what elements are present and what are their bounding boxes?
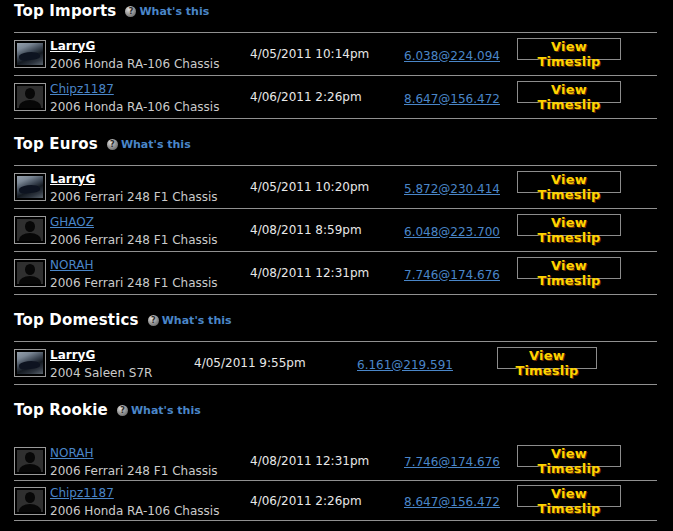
username-link[interactable]: GHAOZ [50, 215, 94, 229]
view-timeslip-button[interactable]: View Timeslip [517, 38, 621, 60]
timeslip-leaderboard-page: Top Imports ? What's this LarryG 2006 Ho… [0, 2, 673, 521]
avatar[interactable] [14, 259, 46, 287]
timeslip-row: NORAH 2006 Ferrari 248 F1 Chassis 4/08/2… [14, 441, 657, 481]
view-timeslip-button[interactable]: View Timeslip [517, 485, 621, 507]
user-cell: LarryG 2006 Honda RA-106 Chassis [50, 35, 250, 72]
car-description: 2006 Ferrari 248 F1 Chassis [50, 190, 250, 206]
button-cell: View Timeslip [517, 38, 657, 70]
timeslip-link[interactable]: 5.872@230.414 [404, 182, 500, 196]
timeslip-cell: 7.746@174.676 [404, 264, 517, 283]
leaderboard-section: Top Imports ? What's this LarryG 2006 Ho… [14, 2, 657, 119]
avatar[interactable] [14, 40, 46, 68]
avatar-cell [14, 259, 50, 287]
car-description: 2006 Ferrari 248 F1 Chassis [50, 464, 250, 480]
avatar-image [17, 43, 43, 65]
whats-this: ? What's this [148, 314, 232, 327]
whats-this: ? What's this [117, 404, 201, 417]
user-cell: GHAOZ 2006 Ferrari 248 F1 Chassis [50, 211, 250, 248]
username-link[interactable]: Chipz1187 [50, 486, 114, 500]
avatar-image [17, 450, 43, 472]
section-title: Top Domestics [14, 311, 139, 329]
timeslip-link[interactable]: 6.038@224.094 [404, 49, 500, 63]
view-timeslip-button[interactable]: View Timeslip [517, 445, 621, 467]
timeslip-link[interactable]: 7.746@174.676 [404, 455, 500, 469]
button-cell: View Timeslip [517, 445, 657, 477]
view-timeslip-button[interactable]: View Timeslip [517, 257, 621, 279]
avatar[interactable] [14, 216, 46, 244]
avatar-cell [14, 487, 50, 515]
avatar-cell [14, 216, 50, 244]
car-description: 2006 Ferrari 248 F1 Chassis [50, 233, 250, 249]
timeslip-link[interactable]: 6.048@223.700 [404, 225, 500, 239]
timeslip-cell: 7.746@174.676 [404, 451, 517, 470]
avatar-cell [14, 173, 50, 201]
username-link[interactable]: LarryG [50, 39, 95, 53]
timeslip-link[interactable]: 8.647@156.472 [404, 92, 500, 106]
section-heading: Top Rookie ? What's this [14, 401, 657, 419]
whats-this-link[interactable]: What's this [139, 5, 209, 18]
leaderboard-section: Top Rookie ? What's this NORAH 2006 Ferr… [14, 401, 657, 521]
whats-this-link[interactable]: What's this [121, 138, 191, 151]
timeslip-row: NORAH 2006 Ferrari 248 F1 Chassis 4/08/2… [14, 252, 657, 295]
timeslip-link[interactable]: 7.746@174.676 [404, 268, 500, 282]
run-date: 4/08/2011 12:31pm [250, 454, 404, 468]
username-link[interactable]: NORAH [50, 258, 94, 272]
section-title: Top Imports [14, 2, 116, 20]
button-cell: View Timeslip [517, 257, 657, 289]
car-description: 2006 Honda RA-106 Chassis [50, 57, 250, 73]
avatar-image [17, 490, 43, 512]
car-description: 2006 Ferrari 248 F1 Chassis [50, 276, 250, 292]
timeslip-link[interactable]: 6.161@219.591 [357, 358, 453, 372]
button-cell: View Timeslip [517, 214, 657, 246]
section-heading: Top Domestics ? What's this [14, 311, 657, 329]
view-timeslip-button[interactable]: View Timeslip [497, 347, 597, 369]
run-date: 4/08/2011 8:59pm [250, 223, 404, 237]
avatar-image [17, 262, 43, 284]
timeslip-row: LarryG 2006 Ferrari 248 F1 Chassis 4/05/… [14, 166, 657, 209]
timeslip-cell: 6.048@223.700 [404, 221, 517, 240]
button-cell: View Timeslip [517, 171, 657, 203]
car-description: 2006 Honda RA-106 Chassis [50, 100, 250, 116]
timeslip-row: GHAOZ 2006 Ferrari 248 F1 Chassis 4/08/2… [14, 209, 657, 252]
question-mark-icon[interactable]: ? [125, 6, 136, 17]
view-timeslip-button[interactable]: View Timeslip [517, 214, 621, 236]
whats-this-link[interactable]: What's this [131, 404, 201, 417]
question-mark-icon[interactable]: ? [107, 139, 118, 150]
avatar[interactable] [14, 447, 46, 475]
question-mark-icon[interactable]: ? [117, 405, 128, 416]
timeslip-cell: 6.161@219.591 [357, 354, 497, 373]
section-title: Top Euros [14, 135, 98, 153]
car-description: 2004 Saleen S7R [50, 366, 194, 382]
section-rows: LarryG 2004 Saleen S7R 4/05/2011 9:55pm … [14, 342, 657, 385]
whats-this-link[interactable]: What's this [162, 314, 232, 327]
whats-this: ? What's this [107, 138, 191, 151]
avatar[interactable] [14, 487, 46, 515]
button-cell: View Timeslip [517, 81, 657, 113]
avatar-image [17, 219, 43, 241]
question-mark-icon[interactable]: ? [148, 315, 159, 326]
username-link[interactable]: LarryG [50, 172, 95, 186]
timeslip-link[interactable]: 8.647@156.472 [404, 495, 500, 509]
timeslip-cell: 8.647@156.472 [404, 88, 517, 107]
avatar-cell [14, 40, 50, 68]
avatar-image [17, 86, 43, 108]
avatar-cell [14, 447, 50, 475]
username-link[interactable]: Chipz1187 [50, 82, 114, 96]
username-link[interactable]: LarryG [50, 348, 95, 362]
run-date: 4/06/2011 2:26pm [250, 90, 404, 104]
user-cell: NORAH 2006 Ferrari 248 F1 Chassis [50, 254, 250, 291]
avatar[interactable] [14, 83, 46, 111]
avatar-image [17, 176, 43, 198]
user-cell: NORAH 2006 Ferrari 248 F1 Chassis [50, 442, 250, 479]
view-timeslip-button[interactable]: View Timeslip [517, 81, 621, 103]
user-cell: Chipz1187 2006 Honda RA-106 Chassis [50, 78, 250, 115]
avatar[interactable] [14, 349, 46, 377]
timeslip-row: Chipz1187 2006 Honda RA-106 Chassis 4/06… [14, 76, 657, 119]
avatar[interactable] [14, 173, 46, 201]
whats-this: ? What's this [125, 5, 209, 18]
car-description: 2006 Honda RA-106 Chassis [50, 504, 250, 520]
run-date: 4/05/2011 10:20pm [250, 180, 404, 194]
section-heading: Top Imports ? What's this [14, 2, 657, 20]
view-timeslip-button[interactable]: View Timeslip [517, 171, 621, 193]
username-link[interactable]: NORAH [50, 446, 94, 460]
